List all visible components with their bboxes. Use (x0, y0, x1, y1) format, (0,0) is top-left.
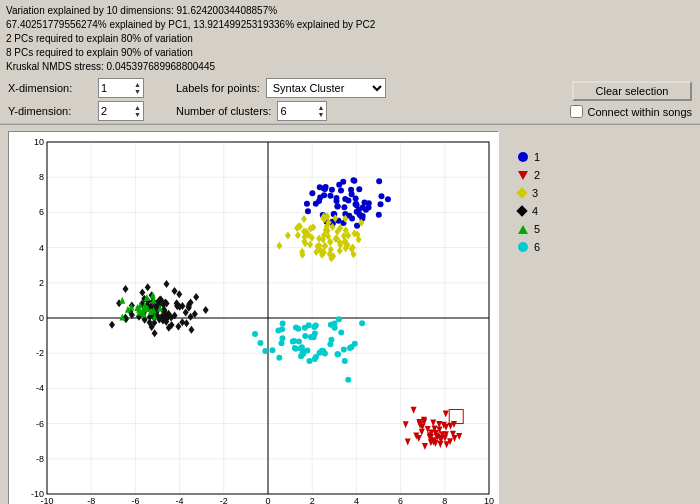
y-dimension-value: 2 (101, 105, 134, 117)
info-line3: 2 PCs required to explain 80% of variati… (6, 32, 694, 46)
main-area: 123456 (0, 125, 700, 504)
info-line1: Variation explained by 10 dimensions: 91… (6, 4, 694, 18)
legend-icon-5 (518, 225, 528, 234)
legend-icon-6 (518, 242, 528, 252)
clusters-value: 6 (280, 105, 317, 117)
legend-item-6: 6 (518, 241, 540, 253)
clusters-down-arrow[interactable]: ▼ (317, 111, 324, 118)
x-dimension-value: 1 (101, 82, 134, 94)
y-dimension-label: Y-dimension: (8, 105, 98, 117)
legend-item-2: 2 (518, 169, 540, 181)
legend-label-4: 4 (532, 205, 538, 217)
y-down-arrow[interactable]: ▼ (134, 111, 141, 118)
legend-item-1: 1 (518, 151, 540, 163)
connect-label: Connect within songs (587, 106, 692, 118)
clusters-up-arrow[interactable]: ▲ (317, 104, 324, 111)
x-dimension-spinner[interactable]: 1 ▲ ▼ (98, 78, 144, 98)
x-dimension-label: X-dimension: (8, 82, 98, 94)
x-down-arrow[interactable]: ▼ (134, 88, 141, 95)
chart-container[interactable] (8, 131, 498, 504)
info-panel: Variation explained by 10 dimensions: 91… (0, 0, 700, 76)
y-up-arrow[interactable]: ▲ (134, 104, 141, 111)
legend-label-5: 5 (534, 223, 540, 235)
info-line2: 67.40251779556274% explained by PC1, 13.… (6, 18, 694, 32)
labels-label: Labels for points: (176, 82, 260, 94)
legend-label-1: 1 (534, 151, 540, 163)
clear-selection-button[interactable]: Clear selection (572, 81, 692, 101)
connect-row: Connect within songs (570, 105, 692, 118)
legend: 123456 (518, 131, 540, 504)
y-dimension-spinner[interactable]: 2 ▲ ▼ (98, 101, 144, 121)
legend-icon-1 (518, 152, 528, 162)
legend-icon-4 (518, 207, 526, 215)
legend-label-2: 2 (534, 169, 540, 181)
connect-checkbox[interactable] (570, 105, 583, 118)
x-up-arrow[interactable]: ▲ (134, 81, 141, 88)
dimension-controls: X-dimension: 1 ▲ ▼ Y-dimension: 2 ▲ ▼ (8, 78, 144, 121)
legend-icon-2 (518, 171, 528, 180)
clusters-spinner[interactable]: 6 ▲ ▼ (277, 101, 327, 121)
clusters-label: Number of clusters: (176, 105, 271, 117)
legend-label-3: 3 (532, 187, 538, 199)
controls-panel: X-dimension: 1 ▲ ▼ Y-dimension: 2 ▲ ▼ (0, 76, 700, 125)
info-line5: Kruskal NMDS stress: 0.04539768996880044… (6, 60, 694, 74)
legend-label-6: 6 (534, 241, 540, 253)
labels-select[interactable]: Syntax Cluster (266, 78, 386, 98)
info-line4: 8 PCs required to explain 90% of variati… (6, 46, 694, 60)
legend-icon-3 (518, 189, 526, 197)
legend-item-3: 3 (518, 187, 540, 199)
legend-item-5: 5 (518, 223, 540, 235)
legend-item-4: 4 (518, 205, 540, 217)
